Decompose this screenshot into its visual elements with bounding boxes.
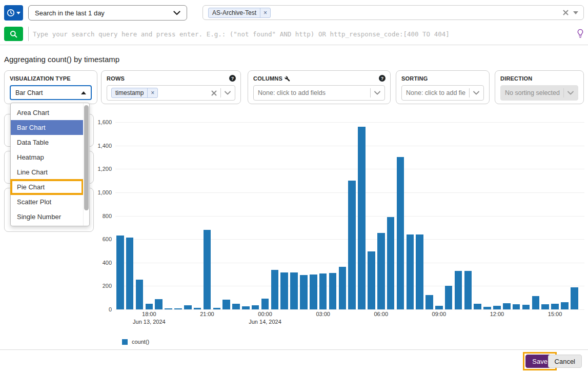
visualization-type-panel: VISUALIZATION TYPE Bar Chart — [4, 70, 97, 104]
sorting-placeholder: None: click to add fie... — [406, 89, 465, 96]
bar-jun-14-09-00 — [435, 306, 443, 309]
rows-panel: ROWS ? timestamp × — [101, 70, 241, 104]
bar-jun-14-07-00 — [397, 157, 404, 309]
visualization-type-value: Bar Chart — [15, 89, 81, 96]
dropdown-option-data-table[interactable]: Data Table — [11, 135, 83, 150]
legend-swatch — [122, 339, 128, 345]
visualization-type-select[interactable]: Bar Chart — [10, 85, 92, 100]
columns-placeholder: None: click to add fields — [258, 89, 367, 96]
caret-down-icon — [16, 12, 21, 14]
dropdown-scrollbar-thumb[interactable] — [84, 105, 89, 210]
bar-jun-14-01-00 — [280, 272, 288, 309]
y-tick-label: 200 — [77, 283, 112, 289]
lightbulb-icon[interactable] — [577, 29, 584, 38]
dropdown-option-bar-chart[interactable]: Bar Chart — [11, 120, 83, 135]
visualization-type-label: VISUALIZATION TYPE — [10, 75, 92, 82]
search-icon — [10, 30, 17, 38]
x-tick-label: 15:00 — [535, 311, 576, 317]
rows-tag-label: timestamp — [112, 88, 147, 97]
legend-label: count() — [132, 339, 149, 345]
dropdown-option-area-chart[interactable]: Area Chart — [11, 105, 83, 120]
sorting-chevron-icon[interactable] — [473, 91, 479, 95]
bar-jun-14-08-30 — [425, 295, 433, 309]
bar-jun-13-17-00 — [126, 238, 134, 309]
wrench-icon[interactable] — [285, 76, 290, 82]
bar-jun-14-03-00 — [319, 273, 327, 309]
rows-tag-remove-button[interactable]: × — [147, 88, 157, 97]
visualization-option-list: Area ChartBar ChartData TableHeatmapLine… — [11, 103, 83, 226]
x-tick-label: 00:00 — [245, 311, 286, 317]
columns-help-icon[interactable]: ? — [379, 75, 386, 82]
bar-jun-14-04-30 — [348, 181, 356, 309]
bar-jun-13-20-30 — [194, 308, 201, 309]
bar-jun-14-06-30 — [387, 217, 395, 309]
dropdown-option-line-chart[interactable]: Line Chart — [11, 165, 83, 180]
gridline — [115, 169, 584, 169]
streams-clear-button[interactable] — [563, 10, 569, 15]
time-range-select[interactable]: Search in the last 1 day — [28, 5, 187, 21]
rows-help-icon[interactable]: ? — [229, 75, 236, 82]
columns-label: COLUMNS — [253, 75, 282, 82]
time-range-config-button[interactable] — [4, 5, 23, 21]
dropdown-option-heatmap[interactable]: Heatmap — [11, 150, 83, 165]
bar-jun-14-13-30 — [522, 305, 530, 309]
stream-tag: AS-Archive-Test × — [208, 8, 271, 18]
x-date-label: Jun 13, 2024 — [121, 319, 177, 325]
footer-divider — [0, 349, 588, 350]
search-query-input[interactable] — [28, 27, 573, 41]
bar-jun-14-13-00 — [513, 304, 520, 309]
dropdown-option-single-number[interactable]: Single Number — [11, 209, 83, 224]
search-button[interactable] — [4, 27, 23, 41]
bar-jun-13-19-30 — [174, 308, 182, 309]
select-chevron-icon — [173, 11, 180, 15]
sorting-field-select[interactable]: None: click to add fie... — [401, 85, 484, 101]
bar-jun-14-10-00 — [455, 271, 462, 309]
gridline — [115, 146, 584, 146]
chart-plot-area[interactable] — [115, 122, 584, 309]
bar-jun-14-06-00 — [377, 233, 385, 309]
stream-tag-remove-button[interactable]: × — [260, 8, 270, 17]
header-divider — [0, 45, 588, 45]
columns-chevron-icon[interactable] — [374, 91, 380, 95]
cancel-button[interactable]: Cancel — [548, 355, 582, 368]
x-tick-label: 06:00 — [360, 311, 401, 317]
dropdown-option-scatter-plot[interactable]: Scatter Plot — [11, 194, 83, 209]
streams-caret-icon[interactable] — [573, 11, 578, 14]
bar-jun-14-12-00 — [493, 306, 501, 309]
bar-jun-14-09-30 — [445, 286, 453, 309]
aggregation-heading: Aggregating count() by timestamp — [4, 55, 119, 64]
dropdown-option-pie-chart[interactable]: Pie Chart — [11, 180, 83, 194]
direction-label: DIRECTION — [500, 75, 578, 82]
y-tick-label: 600 — [77, 236, 112, 242]
caret-up-icon — [81, 91, 86, 94]
bar-jun-14-14-30 — [541, 304, 549, 309]
bar-jun-14-14-00 — [532, 296, 540, 309]
streams-select[interactable]: AS-Archive-Test × — [202, 5, 584, 20]
bar-jun-14-10-30 — [464, 271, 472, 309]
time-range-value: Search in the last 1 day — [35, 9, 173, 17]
bar-jun-14-11-00 — [474, 304, 481, 309]
bar-jun-13-17-30 — [136, 280, 144, 309]
direction-panel: DIRECTION No sorting selected — [495, 70, 584, 104]
x-tick-label: 18:00 — [129, 311, 170, 317]
direction-select: No sorting selected — [500, 85, 578, 101]
bar-jun-14-12-30 — [503, 303, 511, 309]
rows-chevron-icon[interactable] — [225, 91, 231, 95]
rows-field-select[interactable]: timestamp × — [107, 85, 235, 101]
bar-jun-14-02-30 — [310, 275, 317, 309]
bar-jun-14-05-30 — [368, 251, 375, 309]
sorting-label: SORTING — [401, 75, 484, 82]
x-tick-label: 03:00 — [302, 311, 343, 317]
bar-jun-13-21-00 — [204, 230, 211, 309]
bar-jun-13-22-00 — [222, 300, 230, 309]
bar-jun-13-16-30 — [116, 236, 124, 309]
rows-label: ROWS — [107, 75, 235, 82]
columns-field-select[interactable]: None: click to add fields — [253, 85, 385, 101]
dropdown-scrollbar — [83, 103, 89, 226]
x-tick-label: 21:00 — [187, 311, 228, 317]
stream-tag-label: AS-Archive-Test — [209, 8, 260, 17]
bar-jun-14-01-30 — [290, 272, 298, 309]
x-tick-label: 12:00 — [476, 311, 517, 317]
bar-jun-13-21-30 — [213, 308, 221, 309]
rows-clear-button[interactable] — [211, 90, 217, 96]
